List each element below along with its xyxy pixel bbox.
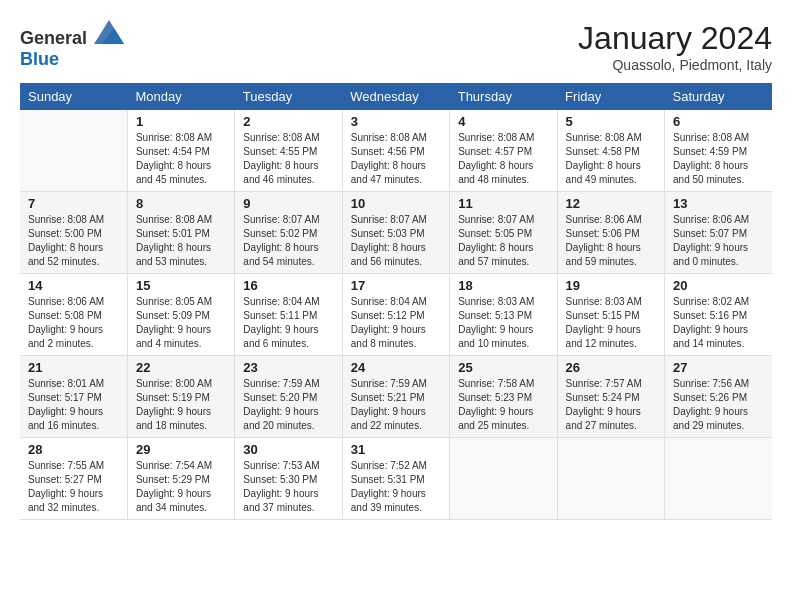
day-info: Sunrise: 8:04 AMSunset: 5:11 PMDaylight:… <box>243 295 333 351</box>
day-number: 11 <box>458 196 548 211</box>
calendar-cell: 22Sunrise: 8:00 AMSunset: 5:19 PMDayligh… <box>127 356 234 438</box>
calendar-cell: 25Sunrise: 7:58 AMSunset: 5:23 PMDayligh… <box>450 356 557 438</box>
logo-blue: Blue <box>20 49 59 69</box>
day-info: Sunrise: 8:08 AMSunset: 4:55 PMDaylight:… <box>243 131 333 187</box>
weekday-header-saturday: Saturday <box>665 83 772 110</box>
day-info: Sunrise: 7:52 AMSunset: 5:31 PMDaylight:… <box>351 459 441 515</box>
calendar-cell: 18Sunrise: 8:03 AMSunset: 5:13 PMDayligh… <box>450 274 557 356</box>
calendar-cell: 15Sunrise: 8:05 AMSunset: 5:09 PMDayligh… <box>127 274 234 356</box>
day-number: 9 <box>243 196 333 211</box>
day-info: Sunrise: 8:08 AMSunset: 4:54 PMDaylight:… <box>136 131 226 187</box>
day-info: Sunrise: 7:57 AMSunset: 5:24 PMDaylight:… <box>566 377 656 433</box>
calendar-cell: 16Sunrise: 8:04 AMSunset: 5:11 PMDayligh… <box>235 274 342 356</box>
day-number: 16 <box>243 278 333 293</box>
calendar-cell: 23Sunrise: 7:59 AMSunset: 5:20 PMDayligh… <box>235 356 342 438</box>
day-info: Sunrise: 8:00 AMSunset: 5:19 PMDaylight:… <box>136 377 226 433</box>
day-info: Sunrise: 8:08 AMSunset: 4:57 PMDaylight:… <box>458 131 548 187</box>
day-info: Sunrise: 8:05 AMSunset: 5:09 PMDaylight:… <box>136 295 226 351</box>
calendar-cell: 8Sunrise: 8:08 AMSunset: 5:01 PMDaylight… <box>127 192 234 274</box>
weekday-header-thursday: Thursday <box>450 83 557 110</box>
day-number: 7 <box>28 196 119 211</box>
day-info: Sunrise: 8:02 AMSunset: 5:16 PMDaylight:… <box>673 295 764 351</box>
day-info: Sunrise: 8:08 AMSunset: 5:01 PMDaylight:… <box>136 213 226 269</box>
day-number: 30 <box>243 442 333 457</box>
logo-general: General <box>20 28 87 48</box>
calendar-cell: 26Sunrise: 7:57 AMSunset: 5:24 PMDayligh… <box>557 356 664 438</box>
day-info: Sunrise: 7:56 AMSunset: 5:26 PMDaylight:… <box>673 377 764 433</box>
day-number: 5 <box>566 114 656 129</box>
month-title: January 2024 <box>578 20 772 57</box>
calendar-cell <box>450 438 557 520</box>
day-info: Sunrise: 8:07 AMSunset: 5:02 PMDaylight:… <box>243 213 333 269</box>
calendar-table: SundayMondayTuesdayWednesdayThursdayFrid… <box>20 83 772 520</box>
calendar-cell: 29Sunrise: 7:54 AMSunset: 5:29 PMDayligh… <box>127 438 234 520</box>
day-info: Sunrise: 7:59 AMSunset: 5:21 PMDaylight:… <box>351 377 441 433</box>
day-info: Sunrise: 7:58 AMSunset: 5:23 PMDaylight:… <box>458 377 548 433</box>
logo-icon <box>94 20 124 44</box>
calendar-cell: 19Sunrise: 8:03 AMSunset: 5:15 PMDayligh… <box>557 274 664 356</box>
calendar-cell: 12Sunrise: 8:06 AMSunset: 5:06 PMDayligh… <box>557 192 664 274</box>
day-number: 22 <box>136 360 226 375</box>
weekday-header-friday: Friday <box>557 83 664 110</box>
calendar-cell: 28Sunrise: 7:55 AMSunset: 5:27 PMDayligh… <box>20 438 127 520</box>
day-info: Sunrise: 8:08 AMSunset: 4:56 PMDaylight:… <box>351 131 441 187</box>
day-info: Sunrise: 8:06 AMSunset: 5:08 PMDaylight:… <box>28 295 119 351</box>
title-area: January 2024 Quassolo, Piedmont, Italy <box>578 20 772 73</box>
calendar-cell: 5Sunrise: 8:08 AMSunset: 4:58 PMDaylight… <box>557 110 664 192</box>
day-info: Sunrise: 8:06 AMSunset: 5:06 PMDaylight:… <box>566 213 656 269</box>
calendar-cell: 20Sunrise: 8:02 AMSunset: 5:16 PMDayligh… <box>665 274 772 356</box>
day-number: 12 <box>566 196 656 211</box>
day-number: 10 <box>351 196 441 211</box>
calendar-cell: 10Sunrise: 8:07 AMSunset: 5:03 PMDayligh… <box>342 192 449 274</box>
calendar-cell <box>557 438 664 520</box>
day-info: Sunrise: 8:07 AMSunset: 5:05 PMDaylight:… <box>458 213 548 269</box>
calendar-cell: 17Sunrise: 8:04 AMSunset: 5:12 PMDayligh… <box>342 274 449 356</box>
day-number: 17 <box>351 278 441 293</box>
calendar-cell <box>665 438 772 520</box>
week-row-5: 28Sunrise: 7:55 AMSunset: 5:27 PMDayligh… <box>20 438 772 520</box>
week-row-2: 7Sunrise: 8:08 AMSunset: 5:00 PMDaylight… <box>20 192 772 274</box>
day-number: 19 <box>566 278 656 293</box>
day-number: 20 <box>673 278 764 293</box>
day-info: Sunrise: 8:01 AMSunset: 5:17 PMDaylight:… <box>28 377 119 433</box>
day-info: Sunrise: 8:03 AMSunset: 5:13 PMDaylight:… <box>458 295 548 351</box>
day-info: Sunrise: 8:07 AMSunset: 5:03 PMDaylight:… <box>351 213 441 269</box>
day-number: 18 <box>458 278 548 293</box>
day-info: Sunrise: 7:59 AMSunset: 5:20 PMDaylight:… <box>243 377 333 433</box>
day-info: Sunrise: 8:03 AMSunset: 5:15 PMDaylight:… <box>566 295 656 351</box>
day-number: 28 <box>28 442 119 457</box>
week-row-1: 1Sunrise: 8:08 AMSunset: 4:54 PMDaylight… <box>20 110 772 192</box>
weekday-header-sunday: Sunday <box>20 83 127 110</box>
day-info: Sunrise: 8:04 AMSunset: 5:12 PMDaylight:… <box>351 295 441 351</box>
calendar-cell: 31Sunrise: 7:52 AMSunset: 5:31 PMDayligh… <box>342 438 449 520</box>
day-info: Sunrise: 7:55 AMSunset: 5:27 PMDaylight:… <box>28 459 119 515</box>
day-info: Sunrise: 7:54 AMSunset: 5:29 PMDaylight:… <box>136 459 226 515</box>
calendar-cell: 4Sunrise: 8:08 AMSunset: 4:57 PMDaylight… <box>450 110 557 192</box>
day-number: 26 <box>566 360 656 375</box>
calendar-cell: 11Sunrise: 8:07 AMSunset: 5:05 PMDayligh… <box>450 192 557 274</box>
day-info: Sunrise: 8:08 AMSunset: 4:59 PMDaylight:… <box>673 131 764 187</box>
calendar-cell: 1Sunrise: 8:08 AMSunset: 4:54 PMDaylight… <box>127 110 234 192</box>
day-info: Sunrise: 8:08 AMSunset: 4:58 PMDaylight:… <box>566 131 656 187</box>
day-number: 14 <box>28 278 119 293</box>
day-number: 4 <box>458 114 548 129</box>
calendar-cell <box>20 110 127 192</box>
day-info: Sunrise: 7:53 AMSunset: 5:30 PMDaylight:… <box>243 459 333 515</box>
day-number: 21 <box>28 360 119 375</box>
calendar-cell: 30Sunrise: 7:53 AMSunset: 5:30 PMDayligh… <box>235 438 342 520</box>
calendar-cell: 2Sunrise: 8:08 AMSunset: 4:55 PMDaylight… <box>235 110 342 192</box>
day-number: 31 <box>351 442 441 457</box>
day-number: 27 <box>673 360 764 375</box>
day-number: 13 <box>673 196 764 211</box>
day-info: Sunrise: 8:06 AMSunset: 5:07 PMDaylight:… <box>673 213 764 269</box>
weekday-header-tuesday: Tuesday <box>235 83 342 110</box>
weekday-header-monday: Monday <box>127 83 234 110</box>
day-number: 6 <box>673 114 764 129</box>
day-number: 23 <box>243 360 333 375</box>
day-number: 2 <box>243 114 333 129</box>
calendar-cell: 24Sunrise: 7:59 AMSunset: 5:21 PMDayligh… <box>342 356 449 438</box>
day-info: Sunrise: 8:08 AMSunset: 5:00 PMDaylight:… <box>28 213 119 269</box>
weekday-header-wednesday: Wednesday <box>342 83 449 110</box>
day-number: 25 <box>458 360 548 375</box>
day-number: 1 <box>136 114 226 129</box>
